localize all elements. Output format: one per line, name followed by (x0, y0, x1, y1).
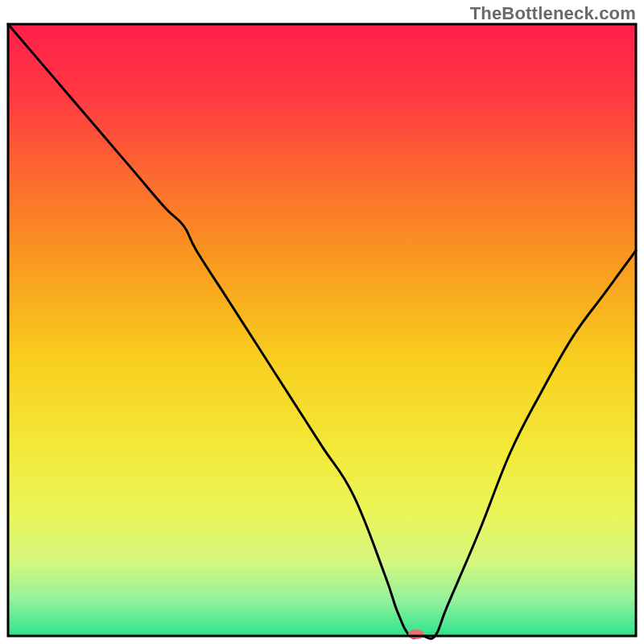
chart-background (8, 24, 636, 636)
optimal-marker (408, 630, 424, 639)
chart-svg (0, 0, 644, 644)
watermark-text: TheBottleneck.com (470, 3, 636, 24)
bottleneck-chart: TheBottleneck.com (0, 0, 644, 644)
